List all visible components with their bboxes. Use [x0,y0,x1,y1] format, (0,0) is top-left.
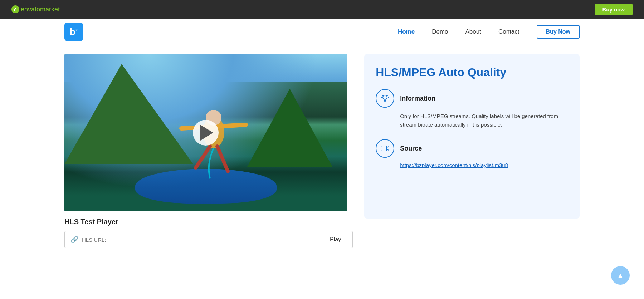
link-icon: 🔗 [70,236,78,244]
lightbulb-icon-wrapper [376,89,394,108]
source-heading: Source [400,145,422,152]
hls-test-title: HLS Test Player [64,218,353,226]
info-panel: HLS/MPEG Auto Quality [364,54,580,219]
video-player-column: HLS Test Player 🔗 Play [64,54,353,248]
hls-url-input[interactable] [82,237,312,243]
envato-logo-icon [11,5,19,13]
site-logo: bz [64,23,83,41]
video-thumbnail[interactable] [64,54,347,211]
scroll-to-top-button[interactable] [611,266,630,285]
lightbulb-icon [380,94,390,103]
info-section-header: Information [376,89,568,108]
hls-test-section: HLS Test Player 🔗 Play [64,211,353,248]
nav-bar: bz Home Demo About Contact Buy Now [0,19,644,45]
svg-line-10 [387,95,388,96]
main-content: HLS Test Player 🔗 Play HLS/MPEG Auto Qua… [0,45,644,248]
source-section-header: Source [376,139,568,158]
svg-rect-13 [381,146,387,151]
envato-logo: envatomarket [11,5,60,13]
envato-logo-text: envatomarket [21,6,60,13]
video-section: HLS Test Player 🔗 Play HLS/MPEG Auto Qua… [64,45,580,248]
hls-play-button[interactable]: Play [318,231,353,248]
info-heading: Information [400,95,435,102]
source-link[interactable]: https://bzplayer.com/content/hls/playlis… [376,162,568,168]
video-icon-wrapper [376,139,394,158]
info-panel-title: HLS/MPEG Auto Quality [376,65,568,79]
info-text: Only for HLS/MPEG streams. Quality label… [376,112,568,129]
source-section: Source https://bzplayer.com/content/hls/… [376,139,568,168]
svg-line-3 [196,146,210,168]
info-information-section: Information Only for HLS/MPEG streams. Q… [376,89,568,129]
nav-home[interactable]: Home [398,28,415,35]
svg-marker-14 [387,147,389,150]
nav-demo[interactable]: Demo [432,28,448,35]
video-icon [380,144,390,153]
hls-input-box: 🔗 [64,231,318,248]
svg-point-6 [383,95,387,99]
nav-contact[interactable]: Contact [498,28,519,35]
top-bar: envatomarket Buy now [0,0,644,19]
nav-about[interactable]: About [465,28,481,35]
buy-now-top-button[interactable]: Buy now [595,4,633,15]
nav-links: Home Demo About Contact Buy Now [398,25,580,39]
buy-now-nav-button[interactable]: Buy Now [537,25,580,39]
svg-line-4 [217,146,228,171]
play-button-overlay[interactable] [193,120,219,146]
hls-input-row: 🔗 Play [64,231,353,248]
video-container [64,54,353,211]
logo-letter: bz [70,26,78,38]
svg-line-9 [382,95,383,96]
